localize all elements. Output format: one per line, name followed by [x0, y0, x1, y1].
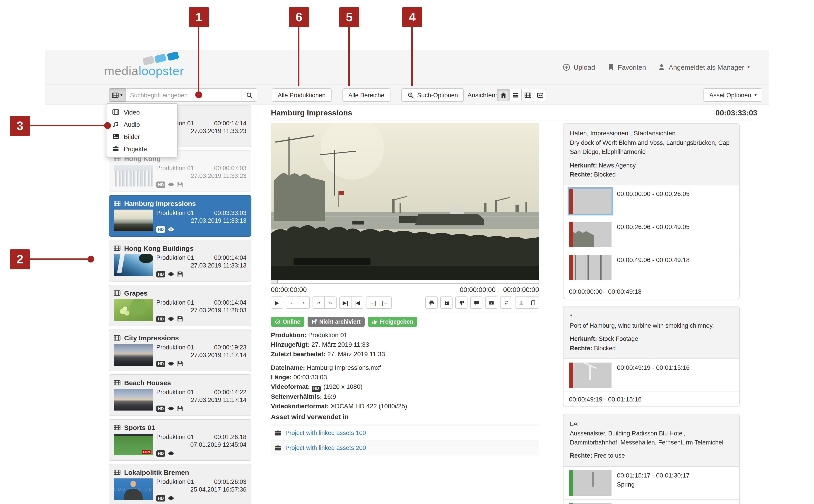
sequence-description: Aussenalster, Building Radisson Blu Hote… [570, 429, 733, 447]
frame-back-button[interactable]: ‹ [286, 296, 298, 309]
shot-item[interactable]: 00:01:30:18 - 00:01:43:23 Spring [563, 499, 739, 504]
menu-item-audio[interactable]: Audio [106, 118, 177, 130]
asset-list-item[interactable]: Lokalpolitik Bremen CDU CDU CDU CDU CDU … [109, 464, 252, 504]
sequence-header: LA Aussenalster, Building Radisson Blu H… [563, 414, 739, 467]
fast-forward-button[interactable]: » [324, 296, 337, 309]
shot-timecode: 00:00:49:06 - 00:00:49:18 [617, 256, 690, 263]
views-label: Ansichten: [467, 85, 497, 105]
callout-1-line [198, 27, 199, 93]
page-title: Hamburg Impressions [271, 109, 352, 120]
menu-item-video[interactable]: Video [106, 106, 177, 118]
asset-item-duration: 00:00:14:04 [214, 254, 247, 262]
user-assign-button[interactable] [515, 296, 527, 309]
menu-item-projekte[interactable]: Projekte [106, 143, 177, 155]
skip-to-start-icon: |◀ [354, 299, 360, 306]
asset-type-dropdown-button[interactable]: ▾ [109, 88, 126, 102]
home-view-button[interactable] [497, 89, 510, 101]
comment-button[interactable] [470, 296, 482, 309]
frame-back-icon: ‹ [291, 299, 293, 306]
hd-badge: HD [156, 405, 165, 412]
rewind-button[interactable]: « [313, 296, 325, 309]
shot-thumbnail[interactable] [569, 470, 612, 495]
search-button[interactable] [241, 88, 257, 102]
asset-list-item[interactable]: Grapes Produktion 0100:00:14:04 27.03.20… [109, 285, 252, 326]
asset-list-item[interactable]: Sports 01 CNN Produktion 0100:01:26:18 0… [109, 419, 252, 461]
asset-duration-timecode: 00:03:33:03 [716, 109, 757, 120]
sequence-title: LA [570, 419, 733, 429]
save-icon [177, 405, 183, 412]
logo-box-lightblue [154, 54, 166, 63]
user-menu[interactable]: Angemeldet als Manager ▾ [658, 63, 750, 71]
play-button[interactable]: ▶ [271, 296, 283, 309]
mark-in-button[interactable]: →| [366, 296, 379, 309]
productions-filter-button[interactable]: Alle Produktionen [272, 88, 332, 102]
shot-item[interactable]: 00:00:49:19 - 00:01:15:16 [563, 359, 739, 392]
snapshot-button[interactable] [485, 296, 497, 309]
asset-item-date: 27.03.2019 11:33:23 [156, 172, 247, 180]
eye-icon [167, 450, 174, 457]
sequence-title: * [570, 311, 733, 321]
film-icon [114, 334, 120, 341]
rewind-icon: « [317, 299, 320, 306]
shot-item[interactable]: 00:00:49:06 - 00:00:49:18 [563, 251, 739, 284]
shot-item[interactable]: 00:00:26:06 - 00:00:49:05 [563, 218, 739, 251]
project-link[interactable]: Project with linked assets 100 [271, 425, 539, 440]
mark-out-icon: |← [382, 299, 389, 306]
favorites-button[interactable]: Favoriten [607, 63, 646, 71]
shot-thumbnail[interactable] [569, 255, 612, 280]
skip-to-start-button[interactable]: |◀ [351, 296, 363, 309]
search-input[interactable] [125, 88, 242, 102]
eye-icon [167, 405, 174, 412]
shot-thumbnail-selected[interactable] [569, 189, 612, 214]
upload-button[interactable]: Upload [562, 63, 595, 71]
areas-filter-button[interactable]: Alle Bereiche [343, 88, 390, 102]
asset-list-item[interactable]: City Impressions Produktion 0100:00:19:2… [109, 330, 252, 371]
swap-button[interactable] [500, 296, 512, 309]
project-link[interactable]: Project with linked assets 200 [271, 440, 539, 455]
callout-2-dot [87, 256, 94, 263]
asset-list-item[interactable]: Beach Houses Produktion 0100:00:14:22 27… [109, 374, 252, 416]
asset-options-button[interactable]: Asset Optionen ▾ [704, 88, 763, 102]
menu-item-bilder[interactable]: Bilder [106, 130, 177, 143]
export-button[interactable] [440, 296, 452, 309]
screenshot-root: medialoopster Upload Favoriten Angemelde… [0, 0, 814, 504]
shot-timecode: 00:00:26:06 - 00:00:49:05 [617, 223, 690, 230]
asset-thumbnail: CNN [114, 434, 153, 455]
search-options-button[interactable]: Such-Optionen [401, 88, 464, 102]
save-icon [177, 271, 183, 277]
playhead-handle[interactable] [271, 280, 278, 283]
film-view-button[interactable] [521, 89, 534, 101]
asset-list-item-selected[interactable]: Hamburg Impressions Produktion 0100:03:3… [109, 195, 252, 237]
logo-box-blue [167, 51, 179, 61]
player-timeline[interactable] [271, 280, 539, 284]
callout-3-line [30, 125, 106, 126]
user-menu-label: Angemeldet als Manager [669, 63, 744, 71]
toolbar: ▾ Alle Produktionen Alle Bereiche Such-O… [45, 84, 769, 105]
hd-badge: HD [312, 385, 321, 392]
device-button[interactable] [527, 296, 539, 309]
film-icon [114, 245, 120, 252]
asset-item-title: Lokalpolitik Bremen [124, 468, 189, 476]
reject-button[interactable] [455, 296, 467, 309]
thumbs-down-icon [459, 300, 464, 305]
list-view-button[interactable] [509, 89, 522, 101]
shot-item[interactable]: 00:01:15:17 - 00:01:30:17 Spring [563, 466, 739, 499]
keyframes-view-button[interactable] [534, 89, 546, 101]
keyframes-view-icon [536, 92, 543, 98]
video-player[interactable] [271, 123, 539, 280]
caret-down-icon: ▾ [747, 65, 750, 69]
print-button[interactable] [425, 296, 438, 309]
frame-forward-button[interactable]: › [298, 296, 310, 309]
asset-item-duration: 00:00:14:04 [214, 299, 247, 307]
caret-down-icon: ▾ [754, 93, 757, 97]
favorites-label: Favoriten [618, 63, 646, 71]
callout-5: 5 [339, 7, 359, 27]
asset-list-item[interactable]: Hong Kong Buildings Produktion 0100:00:1… [109, 240, 252, 282]
asset-thumbnail [114, 254, 153, 276]
shot-thumbnail[interactable] [569, 222, 612, 247]
skip-to-end-button[interactable]: ▶| [339, 296, 352, 309]
mark-out-button[interactable]: |← [379, 296, 392, 309]
shot-thumbnail[interactable] [569, 503, 612, 504]
shot-item[interactable]: 00:00:00:00 - 00:00:26:05 [563, 185, 739, 218]
shot-thumbnail[interactable] [569, 363, 612, 388]
